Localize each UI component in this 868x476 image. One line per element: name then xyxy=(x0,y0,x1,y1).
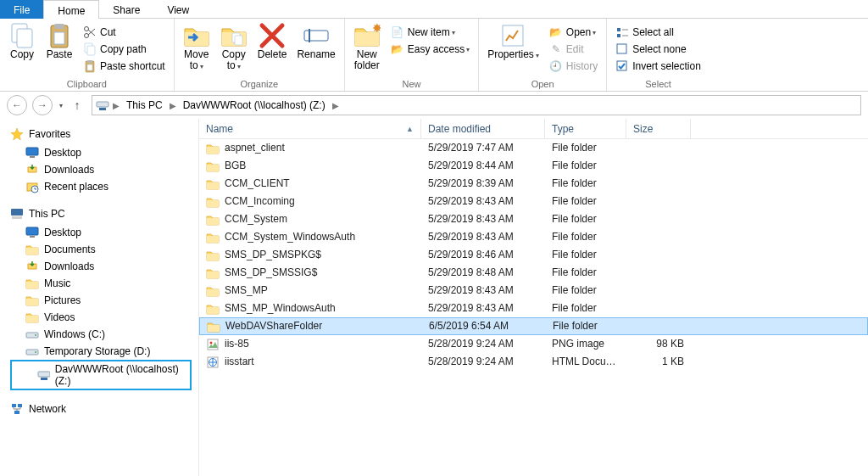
crumb-this-pc[interactable]: This PC xyxy=(123,99,166,111)
tab-view[interactable]: View xyxy=(153,0,203,19)
folder-icon xyxy=(206,284,220,298)
rename-button[interactable]: Rename xyxy=(292,20,340,62)
svg-rect-33 xyxy=(617,44,626,53)
column-date[interactable]: Date modified xyxy=(421,119,545,139)
drive-icon xyxy=(25,328,39,341)
new-folder-label: New folder xyxy=(354,49,380,71)
nav-drive-c[interactable]: Windows (C:) xyxy=(10,326,198,343)
tab-home[interactable]: Home xyxy=(43,0,99,19)
table-row[interactable]: CCM_System_WindowsAuth5/29/2019 8:43 AMF… xyxy=(199,228,868,246)
nav-pc-videos[interactable]: Videos xyxy=(10,309,198,326)
chevron-down-icon: ▾ xyxy=(452,29,455,36)
tab-share[interactable]: Share xyxy=(99,0,153,19)
new-folder-button[interactable]: ✸ New folder xyxy=(348,20,386,73)
table-row[interactable]: SMS_DP_SMSPKG$5/29/2019 8:46 AMFile fold… xyxy=(199,246,868,264)
file-date: 5/28/2019 9:24 AM xyxy=(421,353,545,371)
cut-button[interactable]: Cut xyxy=(78,24,170,41)
new-item-button[interactable]: 📄New item▾ xyxy=(386,24,475,41)
invert-selection-button[interactable]: Invert selection xyxy=(610,58,706,75)
paste-shortcut-button[interactable]: Paste shortcut xyxy=(78,58,170,75)
nav-pc-documents[interactable]: Documents xyxy=(10,241,198,258)
easy-access-button[interactable]: 📂Easy access▾ xyxy=(386,41,475,58)
table-row[interactable]: SMS_MP5/29/2019 8:43 AMFile folder xyxy=(199,282,868,300)
new-item-icon: 📄 xyxy=(391,25,404,39)
select-none-icon xyxy=(615,42,629,56)
nav-network[interactable]: Network xyxy=(10,399,198,419)
nav-favorites[interactable]: Favorites xyxy=(10,124,198,144)
folder-icon xyxy=(206,249,220,262)
nav-pc-downloads[interactable]: Downloads xyxy=(10,258,198,275)
pc-icon xyxy=(10,207,24,221)
easy-access-icon: 📂 xyxy=(391,42,404,56)
nav-pc-music[interactable]: Music xyxy=(10,275,198,292)
nav-desktop[interactable]: Desktop xyxy=(10,144,198,161)
sort-asc-icon: ▲ xyxy=(406,119,414,139)
history-button[interactable]: 🕘History xyxy=(544,58,603,75)
paste-label: Paste xyxy=(47,49,73,60)
chevron-right-icon[interactable]: ▶ xyxy=(111,101,121,110)
move-to-button[interactable]: Move to▾ xyxy=(178,20,215,74)
ribbon-group-open: Properties▾ 📂Open▾ ✎Edit 🕘History Open xyxy=(479,19,607,91)
file-type: File folder xyxy=(545,264,626,282)
file-type: File folder xyxy=(545,246,626,264)
file-date: 5/29/2019 8:39 AM xyxy=(421,175,545,193)
select-none-button[interactable]: Select none xyxy=(610,41,706,58)
downloads-icon xyxy=(25,163,39,176)
table-row[interactable]: WebDAVShareFolder6/5/2019 6:54 AMFile fo… xyxy=(199,317,868,335)
png-icon xyxy=(206,338,220,351)
table-row[interactable]: CCM_CLIENT5/29/2019 8:39 AMFile folder xyxy=(199,175,868,193)
table-row[interactable]: CCM_Incoming5/29/2019 8:43 AMFile folder xyxy=(199,193,868,210)
nav-this-pc[interactable]: This PC xyxy=(10,204,198,224)
column-headers: Name▲ Date modified Type Size xyxy=(199,119,868,139)
tab-file[interactable]: File xyxy=(0,0,43,19)
open-button[interactable]: 📂Open▾ xyxy=(544,24,603,41)
group-label-clipboard: Clipboard xyxy=(3,79,170,91)
table-row[interactable]: SMS_DP_SMSSIG$5/29/2019 8:48 AMFile fold… xyxy=(199,264,868,282)
file-type: PNG image xyxy=(545,335,626,353)
select-all-icon xyxy=(615,25,629,39)
folder-icon xyxy=(206,266,220,280)
column-name[interactable]: Name▲ xyxy=(199,119,421,139)
delete-button[interactable]: Delete xyxy=(253,20,292,62)
ribbon-tabs: File Home Share View xyxy=(0,0,868,19)
back-button[interactable]: ← xyxy=(7,95,27,115)
nav-pc-pictures[interactable]: Pictures xyxy=(10,292,198,309)
history-dropdown[interactable]: ▾ xyxy=(59,102,63,109)
nav-drive-d[interactable]: Temporary Storage (D:) xyxy=(10,343,198,360)
file-date: 5/28/2019 9:24 AM xyxy=(421,335,545,353)
crumb-drive[interactable]: DavWWWRoot (\\localhost) (Z:) xyxy=(180,99,329,111)
group-label-open: Open xyxy=(482,79,603,91)
table-row[interactable]: CCM_System5/29/2019 8:43 AMFile folder xyxy=(199,210,868,228)
copy-path-button[interactable]: Copy path xyxy=(78,41,170,58)
chevron-right-icon[interactable]: ▶ xyxy=(331,101,341,110)
nav-pc-desktop[interactable]: Desktop xyxy=(10,224,198,241)
file-name: CCM_System xyxy=(225,210,287,228)
edit-button[interactable]: ✎Edit xyxy=(544,41,603,58)
select-all-button[interactable]: Select all xyxy=(610,24,706,41)
up-button[interactable]: ↑ xyxy=(68,96,86,115)
file-name: iis-85 xyxy=(225,335,249,353)
properties-button[interactable]: Properties▾ xyxy=(482,20,544,63)
nav-drive-z-selected[interactable]: DavWWWRoot (\\localhost) (Z:) xyxy=(10,360,192,390)
table-row[interactable]: SMS_MP_WindowsAuth5/29/2019 8:43 AMFile … xyxy=(199,300,868,317)
breadcrumb[interactable]: ▶ This PC ▶ DavWWWRoot (\\localhost) (Z:… xyxy=(92,95,861,115)
rows-container: aspnet_client5/29/2019 7:47 AMFile folde… xyxy=(199,139,868,371)
chevron-right-icon[interactable]: ▶ xyxy=(168,101,178,110)
forward-button[interactable]: → xyxy=(32,95,53,115)
table-row[interactable]: iisstart5/28/2019 9:24 AMHTML Document1 … xyxy=(199,353,868,371)
table-row[interactable]: iis-855/28/2019 9:24 AMPNG image98 KB xyxy=(199,335,868,353)
copy-path-icon xyxy=(83,42,97,56)
paste-button[interactable]: Paste xyxy=(41,20,78,62)
column-size[interactable]: Size xyxy=(626,119,691,139)
column-type[interactable]: Type xyxy=(545,119,626,139)
history-icon: 🕘 xyxy=(549,59,563,73)
table-row[interactable]: aspnet_client5/29/2019 7:47 AMFile folde… xyxy=(199,139,868,157)
file-name: SMS_MP_WindowsAuth xyxy=(225,300,336,317)
folder-icon xyxy=(206,177,220,191)
file-type: File folder xyxy=(545,282,626,300)
table-row[interactable]: BGB5/29/2019 8:44 AMFile folder xyxy=(199,157,868,175)
copy-to-button[interactable]: Copy to▾ xyxy=(215,20,253,74)
nav-recent[interactable]: Recent places xyxy=(10,178,198,195)
copy-button[interactable]: Copy xyxy=(3,20,41,62)
nav-downloads[interactable]: Downloads xyxy=(10,161,198,178)
